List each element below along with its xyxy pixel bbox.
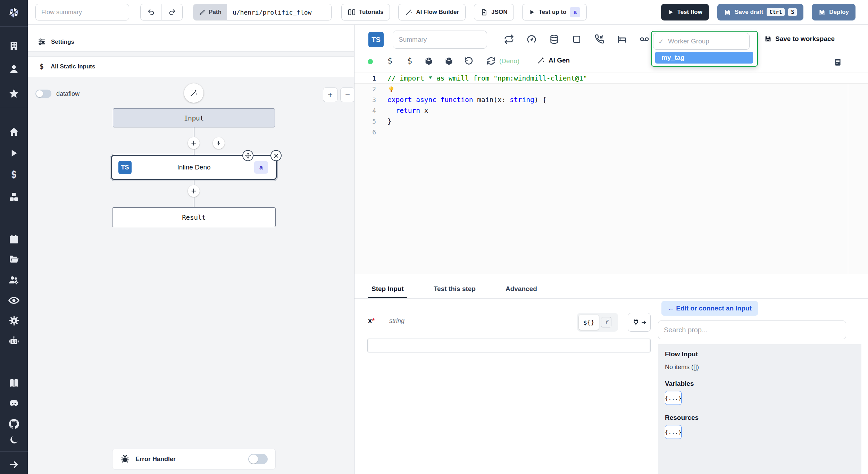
workspace-building-icon[interactable] — [0, 40, 28, 51]
schedules-calendar-icon[interactable] — [0, 234, 28, 245]
json-button[interactable]: JSON — [474, 4, 514, 20]
worker-group-option-my-tag[interactable]: my_tag — [655, 52, 753, 64]
language-switcher[interactable]: (Deno) — [486, 56, 519, 66]
error-handler-toggle[interactable] — [248, 454, 268, 464]
save-icon — [724, 9, 731, 16]
settings-gear-icon[interactable] — [0, 315, 28, 326]
variables-object-button[interactable]: {...} — [665, 391, 682, 405]
arg-name-label: x* — [368, 317, 375, 325]
variables-dollar-icon[interactable]: $ — [405, 56, 415, 66]
test-flow-button[interactable]: Test flow — [661, 4, 709, 20]
cache-database-icon[interactable] — [549, 34, 559, 44]
template-mode-button[interactable]: ${} — [579, 315, 599, 330]
tutorials-button[interactable]: Tutorials — [341, 4, 390, 20]
ai-graph-wand-button[interactable] — [184, 83, 203, 103]
sleep-bed-icon[interactable] — [617, 34, 627, 44]
prop-picker-panel: Flow Input No items ([]) Variables {...}… — [658, 344, 861, 474]
edit-or-connect-pill[interactable]: ← Edit or connect an input — [661, 301, 758, 316]
typescript-badge: TS — [368, 32, 384, 47]
package-cube-icon[interactable] — [444, 56, 454, 66]
add-step-button[interactable] — [188, 137, 200, 149]
ai-gen-button[interactable]: AI Gen — [537, 56, 570, 65]
discord-icon[interactable] — [0, 398, 28, 409]
step-summary-input[interactable] — [393, 31, 487, 49]
reset-rotate-ccw-icon[interactable] — [464, 56, 474, 66]
windmill-logo-icon[interactable] — [0, 6, 28, 19]
check-icon: ✓ — [658, 38, 664, 45]
code-line-6[interactable]: 6 — [354, 127, 868, 138]
test-up-to-button[interactable]: Test up to a — [522, 4, 587, 20]
bug-icon — [120, 454, 130, 464]
tab-advanced[interactable]: Advanced — [502, 279, 541, 298]
node-result[interactable]: Result — [112, 207, 276, 227]
assets-dollar-icon[interactable]: $ — [385, 56, 395, 66]
path-edit-button[interactable]: Path — [193, 4, 227, 20]
expand-sidebar-arrow-icon[interactable] — [0, 459, 28, 470]
variables-dollar-icon[interactable]: $ — [0, 169, 28, 181]
audit-eye-icon[interactable] — [0, 294, 28, 306]
sidebar-divider — [0, 107, 28, 107]
retries-repeat-icon[interactable] — [504, 34, 514, 44]
edge-line — [194, 127, 194, 137]
zoom-in-button[interactable]: + — [323, 88, 337, 102]
edge-line — [194, 180, 194, 185]
docs-book-icon[interactable] — [0, 377, 28, 389]
add-step-button[interactable] — [188, 185, 200, 197]
flow-settings-row[interactable]: Settings — [28, 32, 354, 52]
runs-play-icon[interactable] — [0, 148, 28, 158]
tab-step-input[interactable]: Step Input — [368, 279, 407, 298]
github-icon[interactable] — [0, 418, 28, 430]
editor-overview-ruler — [848, 73, 848, 274]
lightbulb-code-action-icon[interactable] — [387, 85, 395, 93]
user-icon[interactable] — [0, 64, 28, 75]
flow-summary-input[interactable] — [35, 4, 129, 20]
timeout-gauge-icon[interactable] — [526, 34, 537, 44]
dataflow-toggle[interactable] — [35, 90, 51, 98]
code-line-3[interactable]: 3export async function main(x: string) { — [354, 94, 868, 105]
node-input[interactable]: Input — [113, 108, 275, 127]
resources-boxes-icon[interactable] — [0, 191, 28, 202]
error-handler-row[interactable]: Error Handler — [112, 449, 276, 469]
add-trigger-button[interactable] — [213, 137, 225, 149]
package-cube-icon[interactable] — [424, 56, 434, 66]
early-stop-square-icon[interactable] — [571, 34, 582, 44]
arg-x-value-input[interactable] — [367, 339, 651, 352]
undo-button[interactable] — [141, 4, 161, 20]
groups-users-gear-icon[interactable] — [0, 274, 28, 286]
deploy-button[interactable]: Deploy — [812, 4, 856, 20]
library-book-icon[interactable] — [833, 58, 842, 67]
save-to-workspace-button[interactable]: Save to workspace — [764, 35, 835, 43]
path-input[interactable] — [227, 4, 331, 20]
code-line-4[interactable]: 4 return x — [354, 105, 868, 116]
resources-object-button[interactable]: {...} — [665, 425, 682, 439]
redo-button[interactable] — [161, 4, 182, 20]
node-step-label: Inline Deno — [177, 164, 210, 171]
code-line-1[interactable]: 1// import * as wmill from "npm:windmill… — [354, 73, 868, 84]
tab-test-this-step[interactable]: Test this step — [430, 279, 479, 298]
code-line-2[interactable]: 2 — [354, 84, 868, 94]
step-bottom-panel: Step Input Test this step Advanced x* st… — [354, 279, 868, 474]
worker-group-dropdown: ✓ Worker Group my_tag — [651, 31, 758, 67]
dark-mode-moon-icon[interactable] — [0, 435, 28, 445]
save-draft-button[interactable]: Save draft Ctrl S — [717, 4, 803, 20]
suspend-phone-incoming-icon[interactable] — [594, 34, 604, 44]
code-editor[interactable]: 1// import * as wmill from "npm:windmill… — [354, 73, 868, 274]
home-icon[interactable] — [0, 126, 28, 138]
search-prop-input[interactable] — [658, 321, 846, 339]
folders-icon[interactable] — [0, 254, 28, 265]
ai-robot-icon[interactable] — [0, 335, 28, 347]
all-static-inputs-row[interactable]: $ All Static Inputs — [28, 56, 354, 77]
delete-step-button[interactable] — [270, 150, 282, 161]
favorites-star-icon[interactable] — [0, 88, 28, 99]
play-icon — [668, 9, 674, 15]
node-inline-deno[interactable]: TS Inline Deno a — [111, 155, 277, 180]
worker-group-select[interactable]: ✓ Worker Group — [653, 33, 750, 50]
function-mode-button[interactable]: f — [601, 317, 611, 327]
flow-input-empty-text: No items ([]) — [665, 364, 861, 371]
mock-voicemail-icon[interactable] — [639, 34, 650, 44]
code-line-5[interactable]: 5} — [354, 116, 868, 127]
ai-flow-builder-button[interactable]: AI Flow Builder — [398, 4, 466, 20]
zoom-out-button[interactable]: − — [340, 88, 355, 102]
connect-input-button[interactable] — [628, 313, 651, 332]
move-step-button[interactable] — [242, 150, 253, 161]
